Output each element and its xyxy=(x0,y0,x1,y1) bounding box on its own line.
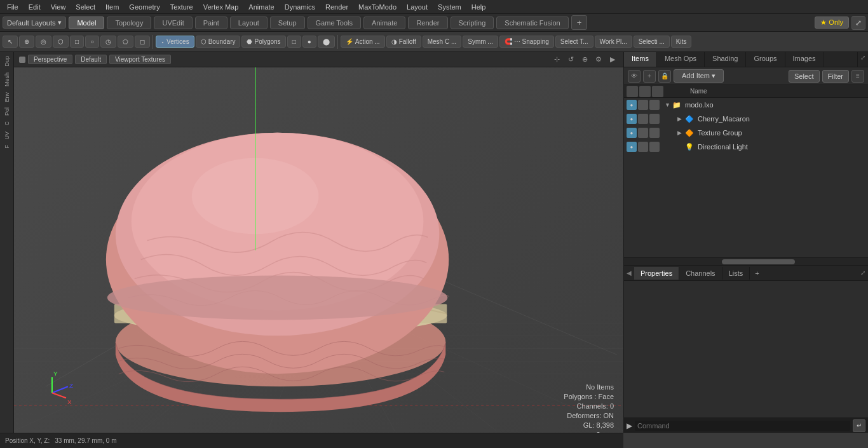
menu-file[interactable]: File xyxy=(3,2,23,12)
sphere-display-button[interactable]: ● xyxy=(302,36,316,48)
expand-icon[interactable]: ⤢ xyxy=(851,16,865,30)
snapping-button[interactable]: 🧲 ⋯ Snapping xyxy=(499,36,554,48)
add-item-button[interactable]: Add Item ▾ xyxy=(674,69,724,83)
tab-groups[interactable]: Groups xyxy=(746,52,785,67)
eye3-texgroup[interactable] xyxy=(649,128,660,138)
menu-layout[interactable]: Layout xyxy=(402,2,432,12)
eye-dirlight[interactable]: ● xyxy=(627,142,637,152)
tab-channels[interactable]: Channels xyxy=(679,267,722,280)
perspective-dropdown[interactable]: Perspective xyxy=(28,55,72,64)
tab-uvedit[interactable]: UVEdit xyxy=(154,17,192,29)
tab-lists[interactable]: Lists xyxy=(722,267,750,280)
viewport-fit-icon[interactable]: ⊹ xyxy=(551,54,562,65)
view-dropdown[interactable]: Default xyxy=(75,55,107,64)
tab-properties[interactable]: Properties xyxy=(634,267,679,280)
panel-expand-icon[interactable]: ⤢ xyxy=(858,52,868,62)
kits-button[interactable]: Kits xyxy=(671,36,692,48)
texture-dropdown[interactable]: Viewport Textures xyxy=(109,55,171,64)
viewport-settings-icon[interactable]: ⚙ xyxy=(593,54,604,65)
menu-animate[interactable]: Animate xyxy=(244,2,278,12)
box-tool[interactable]: □ xyxy=(70,36,84,48)
poly-tool[interactable]: ⬠ xyxy=(118,36,133,48)
eye2-dirlight[interactable] xyxy=(638,142,648,152)
selecti-button[interactable]: Selecti ... xyxy=(634,36,670,48)
tab-mesh-ops[interactable]: Mesh Ops xyxy=(657,52,705,67)
tab-paint[interactable]: Paint xyxy=(195,17,227,29)
scrollbar-thumb[interactable] xyxy=(722,259,795,264)
select-t-button[interactable]: Select T... xyxy=(555,36,593,48)
mesh-display-button[interactable]: □ xyxy=(287,36,301,48)
menu-vertexmap[interactable]: Vertex Map xyxy=(199,2,243,12)
menu-view[interactable]: View xyxy=(46,2,71,12)
eye-texgroup[interactable]: ● xyxy=(627,128,637,138)
viewport-expand-icon[interactable]: ▶ xyxy=(607,54,618,65)
sidebar-item-mesh[interactable]: Mesh xyxy=(3,70,11,89)
tab-layout[interactable]: Layout xyxy=(230,17,268,29)
circle-tool[interactable]: ○ xyxy=(85,36,99,48)
sidebar-item-c[interactable]: C xyxy=(3,119,11,128)
add-layout-button[interactable]: + xyxy=(571,15,588,30)
panel-more-icon[interactable]: ≡ xyxy=(851,70,864,83)
menu-texture[interactable]: Texture xyxy=(166,2,198,12)
eye3-dirlight[interactable] xyxy=(649,142,660,152)
items-scrollbar[interactable] xyxy=(624,257,868,265)
menu-dynamics[interactable]: Dynamics xyxy=(280,2,320,12)
select-items-button[interactable]: Select xyxy=(789,70,820,83)
menu-maxtomodo[interactable]: MaxToModo xyxy=(354,2,401,12)
menu-geometry[interactable]: Geometry xyxy=(125,2,164,12)
menu-select[interactable]: Select xyxy=(71,2,100,12)
tab-images[interactable]: Images xyxy=(785,52,824,67)
canvas-area[interactable]: Z Y X No Items Polygons : Face Channels:… xyxy=(14,67,623,433)
viewport-rotate-icon[interactable]: ↺ xyxy=(565,54,576,65)
wire-display-button[interactable]: ⬤ xyxy=(318,36,335,48)
workplane-button[interactable]: Work Pl... xyxy=(595,36,632,48)
eye2-texgroup[interactable] xyxy=(638,128,648,138)
menu-render[interactable]: Render xyxy=(321,2,353,12)
wedge-tool[interactable]: ◷ xyxy=(100,36,116,48)
menu-help[interactable]: Help xyxy=(467,2,491,12)
tab-model[interactable]: Model xyxy=(69,17,104,29)
props-add-tab[interactable]: + xyxy=(750,267,764,280)
eye3-cherry[interactable] xyxy=(649,114,660,124)
command-input[interactable] xyxy=(635,421,850,431)
star-only-button[interactable]: ★ Only xyxy=(815,17,849,29)
menu-system[interactable]: System xyxy=(433,2,466,12)
select-tool[interactable]: ↖ xyxy=(3,36,18,48)
sidebar-item-dup[interactable]: Dup xyxy=(3,53,11,69)
viewport-toggle[interactable] xyxy=(19,57,25,63)
items-row-texgroup[interactable]: ● ▶ 🔶 Texture Group xyxy=(624,126,868,140)
mesh-c-button[interactable]: Mesh C ... xyxy=(423,36,462,48)
scale-tool[interactable]: ⬡ xyxy=(53,36,69,48)
sidebar-item-f[interactable]: F xyxy=(3,142,11,151)
boundary-button[interactable]: ⬡ Boundary xyxy=(196,36,241,48)
tab-scripting[interactable]: Scripting xyxy=(451,17,494,29)
plane-tool[interactable]: ◻ xyxy=(135,36,150,48)
layout-dropdown[interactable]: Default Layouts ▾ xyxy=(3,17,66,29)
sidebar-item-uv[interactable]: UV xyxy=(3,129,11,142)
transform-tool[interactable]: ⊕ xyxy=(19,36,34,48)
props-expand-left[interactable]: ◀ xyxy=(624,268,634,278)
tab-shading[interactable]: Shading xyxy=(705,52,746,67)
eye3-modo[interactable] xyxy=(649,100,660,110)
tab-render[interactable]: Render xyxy=(408,17,447,29)
items-row-modo[interactable]: ● ▼ 📁 modo.lxo xyxy=(624,98,868,112)
tab-animate[interactable]: Animate xyxy=(363,17,405,29)
polygons-button[interactable]: ⬣ Polygons xyxy=(241,36,285,48)
items-row-cherry[interactable]: ● ▶ 🔷 Cherry_Macaron xyxy=(624,112,868,126)
tab-setup[interactable]: Setup xyxy=(270,17,305,29)
filter-items-button[interactable]: Filter xyxy=(822,70,849,83)
props-expand-right[interactable]: ⤢ xyxy=(858,268,868,278)
action-button[interactable]: ⚡ Action ... xyxy=(341,36,385,48)
panel-add-icon[interactable]: + xyxy=(643,70,656,83)
falloff-button[interactable]: ◑ Falloff xyxy=(386,36,421,48)
eye2-modo[interactable] xyxy=(638,100,648,110)
symm-button[interactable]: Symm ... xyxy=(463,36,498,48)
panel-lock-icon[interactable]: 🔒 xyxy=(658,70,671,83)
menu-item[interactable]: Item xyxy=(101,2,123,12)
tab-schematic[interactable]: Schematic Fusion xyxy=(496,17,568,29)
eye2-cherry[interactable] xyxy=(638,114,648,124)
menu-edit[interactable]: Edit xyxy=(24,2,45,12)
command-enter-button[interactable]: ↵ xyxy=(853,419,865,432)
panel-vis-icon[interactable]: 👁 xyxy=(628,70,641,83)
eye-modo[interactable]: ● xyxy=(627,100,637,110)
